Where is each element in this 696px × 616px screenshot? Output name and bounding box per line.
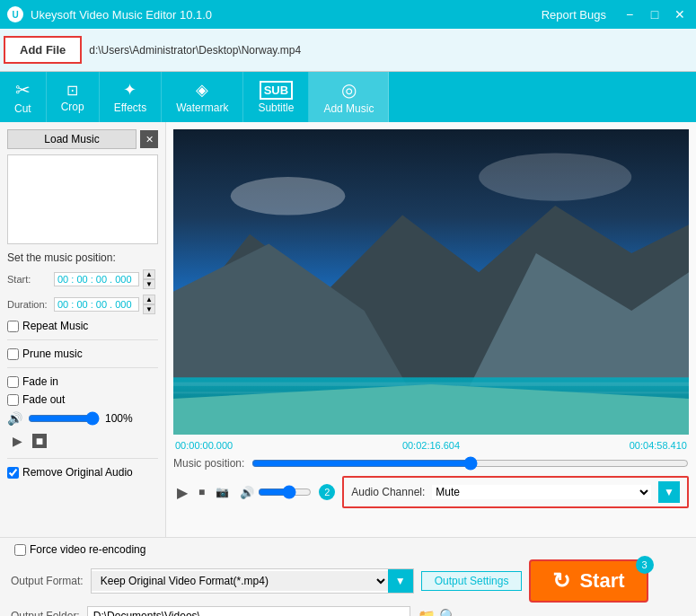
volume-row: 🔊 100% (7, 411, 158, 426)
folder-icon-group: 📁 🔍 (418, 608, 457, 617)
fade-out-row: Fade out (7, 393, 158, 406)
nav-subtitle-label: Subtitle (258, 101, 294, 114)
time-end: 00:04:58.410 (630, 440, 687, 451)
nav-cut[interactable]: ✂ Cut (0, 72, 47, 122)
screenshot-button[interactable]: 📷 (212, 484, 233, 500)
start-label: Start (579, 569, 624, 593)
load-music-row: Load Music ✕ (7, 129, 158, 149)
duration-up[interactable]: ▲ (143, 295, 155, 304)
output-folder-row: Output Folder: 📁 🔍 (11, 606, 685, 616)
playback-row: ▶ ■ (7, 431, 158, 451)
nav-add-music-label: Add Music (323, 102, 374, 115)
svg-rect-7 (173, 383, 689, 386)
subtitle-icon: SUB (260, 81, 293, 100)
report-bugs-link[interactable]: Report Bugs (542, 8, 606, 22)
title-bar: U Ukeysoft Video Music Editor 10.1.0 Rep… (0, 0, 696, 29)
add-music-icon: ◎ (341, 79, 357, 101)
nav-effects[interactable]: ✦ Effects (100, 72, 162, 122)
fade-out-label: Fade out (22, 393, 65, 406)
nav-add-music[interactable]: ◎ Add Music (309, 72, 389, 122)
output-folder-input[interactable] (87, 606, 410, 616)
svg-point-1 (231, 177, 346, 216)
effects-icon: ✦ (123, 80, 137, 100)
controls-row: ▶ ■ 📷 🔊 2 Audio Channel: Mute Left Right… (173, 476, 689, 508)
stop-button[interactable]: ■ (32, 434, 47, 448)
right-panel: 00:00:00.000 00:02:16.604 00:04:58.410 M… (166, 122, 696, 537)
start-time-input[interactable] (54, 272, 139, 286)
start-time-up[interactable]: ▲ (143, 269, 155, 279)
watermark-icon: ◈ (196, 80, 208, 100)
badge-2: 2 (319, 484, 335, 500)
prune-music-checkbox[interactable] (7, 348, 19, 360)
output-format-wrapper: Keep Original Video Format(*.mp4) ▼ (91, 568, 414, 594)
start-wrapper: ↻ Start 3 (529, 559, 648, 603)
volume-control: 🔊 (240, 485, 312, 499)
repeat-music-checkbox[interactable] (7, 321, 19, 332)
time-start: 00:00:00.000 (175, 440, 233, 451)
music-list (7, 154, 158, 244)
duration-label: Duration: (7, 299, 50, 310)
vol-ctrl-slider[interactable] (258, 485, 312, 499)
open-folder-button[interactable]: 📁 (418, 608, 436, 617)
audio-channel-section: Audio Channel: Mute Left Right Stereo ▼ (342, 476, 689, 508)
close-music-button[interactable]: ✕ (140, 130, 158, 148)
nav-crop[interactable]: ⊡ Crop (47, 72, 100, 122)
fade-in-checkbox[interactable] (7, 376, 19, 388)
set-music-position-label: Set the music position: (7, 251, 158, 264)
svg-rect-8 (173, 392, 689, 393)
search-folder-button[interactable]: 🔍 (439, 608, 457, 617)
duration-time-input[interactable] (54, 297, 139, 312)
nav-watermark[interactable]: ◈ Watermark (162, 72, 243, 122)
stop-ctrl-button[interactable]: ■ (195, 484, 208, 500)
remove-original-audio-checkbox[interactable] (7, 467, 19, 479)
remove-original-audio-label: Remove Original Audio (22, 466, 133, 479)
toolbar: Add File d:\Users\Administrator\Desktop\… (0, 29, 696, 72)
close-button[interactable]: ✕ (671, 5, 689, 23)
svg-point-2 (479, 154, 631, 201)
prune-music-label: Prune music (22, 348, 83, 360)
app-title: Ukeysoft Video Music Editor 10.1.0 (31, 8, 212, 22)
time-mid: 00:02:16.604 (402, 440, 460, 451)
start-refresh-icon: ↻ (552, 568, 570, 594)
playback-controls: ▶ ■ 📷 (173, 482, 233, 503)
audio-channel-label: Audio Channel: (351, 486, 425, 498)
load-music-button[interactable]: Load Music (7, 129, 137, 149)
force-reencode-checkbox[interactable] (14, 544, 26, 556)
music-position-slider[interactable] (251, 456, 689, 471)
music-position-row: Music position: (173, 456, 689, 471)
reencode-row: Force video re-encoding (14, 543, 685, 556)
repeat-music-row: Repeat Music (7, 320, 158, 332)
start-badge: 3 (636, 556, 654, 574)
duration-down[interactable]: ▼ (143, 304, 155, 314)
nav-bar: ✂ Cut ⊡ Crop ✦ Effects ◈ Watermark SUB S… (0, 72, 696, 122)
vol-ctrl-icon: 🔊 (240, 486, 254, 499)
output-format-select[interactable]: Keep Original Video Format(*.mp4) (92, 571, 388, 591)
play-button[interactable]: ▶ (7, 431, 27, 451)
fade-out-checkbox[interactable] (7, 394, 19, 406)
add-file-button[interactable]: Add File (4, 36, 82, 64)
prune-music-row: Prune music (7, 348, 158, 360)
nav-subtitle[interactable]: SUB Subtitle (243, 72, 309, 122)
nav-effects-label: Effects (114, 101, 146, 114)
start-button[interactable]: ↻ Start (529, 559, 648, 603)
volume-slider[interactable] (28, 411, 100, 426)
nav-crop-label: Crop (61, 101, 84, 113)
fade-in-label: Fade in (22, 375, 58, 388)
start-time-row: Start: ▲ ▼ (7, 269, 158, 289)
audio-dropdown-button[interactable]: ▼ (658, 481, 680, 503)
video-preview (173, 129, 689, 435)
minimize-button[interactable]: − (621, 5, 639, 23)
reencode-label: Force video re-encoding (30, 543, 145, 556)
volume-percent: 100% (105, 412, 133, 425)
start-time-down[interactable]: ▼ (143, 279, 155, 289)
remove-original-audio-row: Remove Original Audio (7, 466, 158, 479)
audio-channel-select[interactable]: Mute Left Right Stereo (432, 485, 651, 499)
output-format-arrow[interactable]: ▼ (388, 569, 413, 593)
output-format-label: Output Format: (11, 575, 84, 587)
fade-in-row: Fade in (7, 375, 158, 388)
play-ctrl-button[interactable]: ▶ (173, 482, 191, 503)
output-settings-button[interactable]: Output Settings (421, 571, 523, 591)
left-panel: Load Music ✕ Set the music position: Sta… (0, 122, 166, 537)
maximize-button[interactable]: □ (646, 5, 664, 23)
timeline-bar: 00:00:00.000 00:02:16.604 00:04:58.410 (173, 440, 689, 451)
